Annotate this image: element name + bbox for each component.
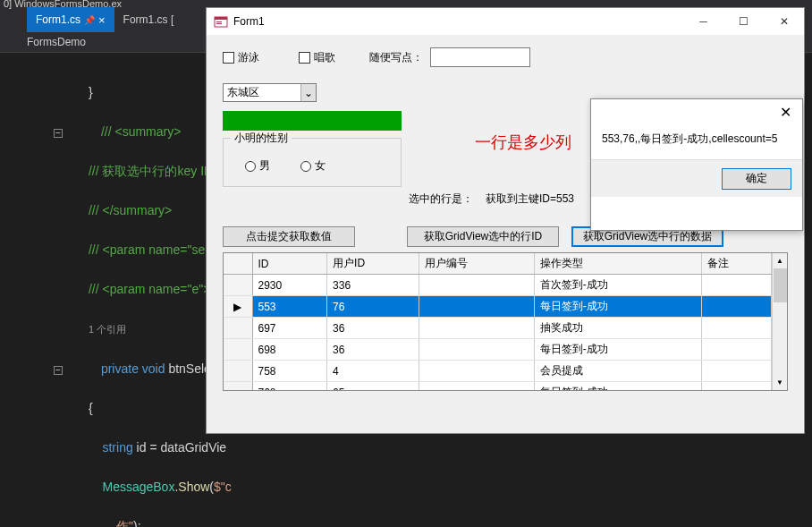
cell[interactable]: [702, 296, 772, 318]
svg-rect-2: [216, 21, 222, 22]
close-button[interactable]: ✕: [764, 8, 804, 35]
cell[interactable]: 697: [252, 318, 327, 339]
column-header[interactable]: ID: [252, 253, 327, 275]
cell[interactable]: 抽奖成功: [534, 318, 701, 339]
svg-rect-3: [216, 23, 222, 24]
freewrite-input[interactable]: [430, 47, 530, 67]
table-row[interactable]: 7584会员提成: [224, 361, 772, 382]
pin-icon[interactable]: 📌: [84, 15, 95, 25]
radio-label: 男: [259, 158, 270, 174]
cell[interactable]: 758: [252, 361, 327, 382]
groupbox-title: 小明的性别: [231, 131, 292, 146]
chevron-down-icon[interactable]: ⌄: [300, 84, 316, 101]
row-header[interactable]: [224, 361, 252, 382]
checkbox-swim[interactable]: 游泳: [223, 50, 259, 65]
column-header[interactable]: 操作类型: [534, 253, 701, 275]
cell[interactable]: 336: [327, 275, 419, 296]
selected-row-label: 选中的行是：: [409, 191, 473, 207]
cell[interactable]: [702, 382, 772, 391]
cell[interactable]: [419, 339, 534, 361]
scroll-thumb[interactable]: [774, 268, 787, 302]
tab-label: Form1.cs [: [123, 13, 174, 26]
table-row[interactable]: 69836每日签到-成功: [224, 339, 772, 361]
cell[interactable]: 2930: [252, 275, 327, 296]
messagebox: ✕ 553,76,,每日签到-成功,cellescount=5 确定: [590, 98, 803, 231]
checkbox-sing[interactable]: 唱歌: [299, 50, 335, 65]
grid-scrollbar[interactable]: ▲ ▼: [772, 253, 787, 390]
red-status-label: 一行是多少列: [475, 132, 571, 153]
row-header[interactable]: ▶: [224, 296, 252, 318]
get-row-id-button[interactable]: 获取GridView选中的行ID: [407, 226, 559, 247]
cell[interactable]: 会员提成: [534, 361, 701, 382]
minimize-button[interactable]: ─: [683, 8, 723, 35]
close-icon[interactable]: ×: [98, 13, 106, 27]
ok-button[interactable]: 确定: [722, 168, 791, 190]
cell[interactable]: [702, 318, 772, 339]
cell[interactable]: 首次签到-成功: [534, 275, 701, 296]
column-header[interactable]: 用户ID: [327, 253, 419, 275]
radio-male[interactable]: 男: [245, 158, 270, 174]
cell[interactable]: 760: [252, 382, 327, 391]
row-header[interactable]: [224, 339, 252, 361]
form-icon: [214, 14, 228, 29]
checkbox-label: 游泳: [238, 50, 259, 65]
table-row[interactable]: ▶55376每日签到-成功: [224, 296, 772, 318]
titlebar[interactable]: Form1 ─ ☐ ✕: [207, 8, 804, 35]
cell[interactable]: 76: [327, 296, 419, 318]
cell[interactable]: [419, 361, 534, 382]
svg-rect-1: [215, 17, 227, 20]
msgbox-titlebar[interactable]: ✕: [591, 99, 802, 124]
row-header[interactable]: [224, 275, 252, 296]
checkbox-label: 唱歌: [314, 50, 335, 65]
cell[interactable]: [419, 318, 534, 339]
ide-titlebar: 0] WindowsFormsDemo.ex: [0, 0, 812, 7]
cell[interactable]: 每日签到-成功: [534, 382, 701, 391]
row-header[interactable]: [224, 318, 252, 339]
cell[interactable]: [419, 275, 534, 296]
scroll-down-icon[interactable]: ▼: [773, 375, 787, 390]
maximize-button[interactable]: ☐: [723, 8, 764, 35]
table-row[interactable]: 76065每日签到-成功: [224, 382, 772, 391]
table-row[interactable]: 69736抽奖成功: [224, 318, 772, 339]
cell[interactable]: 36: [327, 318, 419, 339]
cell[interactable]: [419, 382, 534, 391]
radio-female[interactable]: 女: [300, 158, 326, 174]
cell[interactable]: [702, 361, 772, 382]
combo-value: 东城区: [227, 85, 259, 100]
cell[interactable]: 36: [327, 339, 419, 361]
cell[interactable]: 553: [252, 296, 327, 318]
cell[interactable]: 65: [327, 382, 419, 391]
window-title: Form1: [233, 15, 683, 28]
freewrite-label: 随便写点：: [369, 50, 423, 65]
tab-label: Form1.cs: [36, 13, 80, 26]
cell[interactable]: 698: [252, 339, 327, 361]
cell[interactable]: [702, 339, 772, 361]
row-header[interactable]: [224, 382, 252, 391]
district-combo[interactable]: 东城区 ⌄: [223, 83, 317, 102]
radio-label: 女: [315, 158, 326, 174]
column-header[interactable]: 用户编号: [419, 253, 534, 275]
submit-button[interactable]: 点击提交获取数值: [223, 226, 355, 247]
selected-row-value: 获取到主键ID=553: [486, 191, 574, 207]
cell[interactable]: [702, 275, 772, 296]
cell[interactable]: [419, 296, 534, 318]
scroll-up-icon[interactable]: ▲: [773, 253, 787, 268]
cell[interactable]: 每日签到-成功: [534, 296, 701, 318]
tab-form1-designer[interactable]: Form1.cs [: [114, 7, 183, 32]
table-row[interactable]: 2930336首次签到-成功: [224, 275, 772, 296]
cell[interactable]: 每日签到-成功: [534, 339, 701, 361]
green-textbox[interactable]: [223, 111, 402, 131]
datagridview[interactable]: ID用户ID用户编号操作类型备注 2930336首次签到-成功▶55376每日签…: [223, 252, 788, 391]
tab-form1-cs[interactable]: Form1.cs 📌 ×: [27, 7, 114, 32]
close-icon[interactable]: ✕: [772, 104, 799, 121]
cell[interactable]: 4: [327, 361, 419, 382]
column-header[interactable]: [224, 253, 252, 275]
msgbox-text: 553,76,,每日签到-成功,cellescount=5: [591, 124, 802, 159]
gender-groupbox: 小明的性别 男 女: [223, 138, 402, 187]
column-header[interactable]: 备注: [702, 253, 772, 275]
